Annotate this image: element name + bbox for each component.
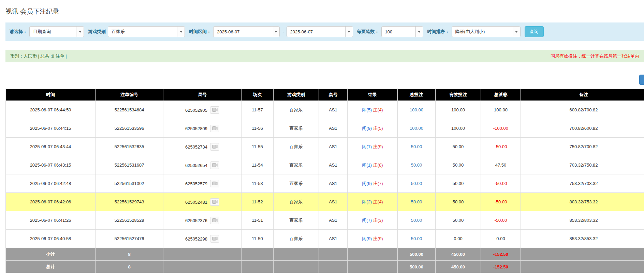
- player-result: 闲(7): [362, 218, 372, 223]
- round-number: 625052905: [185, 107, 207, 112]
- chevron-down-icon[interactable]: [177, 27, 185, 37]
- game-type-select[interactable]: 百家乐: [108, 26, 185, 37]
- total-bet-link[interactable]: 50.00: [411, 181, 422, 186]
- page-size-value: 100: [382, 29, 415, 34]
- video-icon[interactable]: [210, 198, 219, 206]
- table-row[interactable]: 2025-06-07 06:40:58522561527476625052298…: [6, 230, 644, 248]
- session-cell: 11-54: [241, 156, 274, 174]
- video-icon[interactable]: [210, 143, 219, 151]
- total-bet-link[interactable]: 50.00: [411, 236, 422, 241]
- table-row[interactable]: 2025-06-07 06:41:26522561528528625052376…: [6, 211, 644, 230]
- round-cell: 625052298: [163, 230, 241, 248]
- result-cell: 闲(9) 庄(7): [348, 174, 398, 193]
- video-icon[interactable]: [210, 180, 219, 187]
- banker-result: 庄(3): [373, 218, 383, 223]
- chevron-down-icon[interactable]: [345, 27, 353, 37]
- time-cell: 2025-06-07 06:41:26: [6, 211, 96, 230]
- table-no-cell: AS1: [319, 156, 348, 174]
- query-type-select[interactable]: 日期查询: [29, 26, 84, 37]
- table-row[interactable]: 2025-06-07 06:44:15522561533596625052809…: [6, 119, 644, 138]
- game-type-cell: 百家乐: [274, 138, 319, 156]
- time-cell: 2025-06-07 06:44:15: [6, 119, 96, 138]
- session-cell: 11-52: [241, 193, 274, 211]
- page-size-label: 每页笔数：: [357, 29, 379, 35]
- round-cell: 625052654: [163, 156, 241, 174]
- total-bet-link[interactable]: 50.00: [411, 199, 422, 204]
- video-icon[interactable]: [210, 217, 219, 224]
- total-bet-cell: 50.00: [398, 193, 436, 211]
- table-no-cell: AS1: [319, 211, 348, 230]
- footer-game-cell: [274, 261, 319, 273]
- top-right-partial-button[interactable]: [639, 75, 644, 85]
- summary-currency-count: 币别：人民币 | 总共 :8 注单 |: [10, 53, 67, 59]
- valid-bet-cell: 50.00: [436, 138, 481, 156]
- total-bet-link[interactable]: 50.00: [411, 162, 422, 168]
- total-bet-cell: 50.00: [398, 156, 436, 174]
- valid-bet-cell: 100.00: [436, 119, 481, 138]
- video-icon[interactable]: [210, 125, 219, 132]
- session-cell: 11-53: [241, 174, 274, 193]
- game-type-cell: 百家乐: [274, 174, 319, 193]
- remark-cell: 750.82/700.82: [521, 138, 644, 156]
- table-row[interactable]: 2025-06-07 06:43:15522561531687625052654…: [6, 156, 644, 174]
- footer-payout-cell: -152.50: [481, 261, 521, 273]
- date-from-input[interactable]: 2025-06-07: [213, 26, 280, 37]
- footer-remark-cell: [521, 248, 644, 261]
- footer-count-cell: 8: [96, 261, 163, 273]
- result-cell: 闲(9) 庄(5): [348, 119, 398, 138]
- time-cell: 2025-06-07 06:43:44: [6, 138, 96, 156]
- remark-cell: 700.82/600.82: [521, 119, 644, 138]
- table-header-row: 时间 注单编号 局号 场次 游戏类别 桌号 结果 总投注 有效投注 总派彩 备注: [6, 89, 644, 101]
- game-type-cell: 百家乐: [274, 230, 319, 248]
- total-bet-link[interactable]: 100.00: [410, 107, 423, 112]
- footer-round-cell: [163, 261, 241, 273]
- banker-result: 庄(5): [373, 126, 383, 131]
- betting-records-table: 时间 注单编号 局号 场次 游戏类别 桌号 结果 总投注 有效投注 总派彩 备注…: [5, 89, 644, 273]
- page-size-select[interactable]: 100: [381, 26, 423, 37]
- table-row[interactable]: 2025-06-07 06:44:50522561534684625052905…: [6, 101, 644, 119]
- total-bet-cell: 50.00: [398, 211, 436, 230]
- footer-result-cell: [348, 248, 398, 261]
- sort-order-select[interactable]: 降幂(由大到小): [452, 26, 521, 37]
- column-header-table-no: 桌号: [319, 89, 348, 101]
- search-button[interactable]: 查询: [525, 26, 544, 37]
- chevron-down-icon[interactable]: [415, 27, 423, 37]
- banker-result: 庄(9): [373, 236, 383, 241]
- filter-bar: 请选择： 日期查询 游戏类别 百家乐 时间区间： 2025-06-07 ~ 20…: [5, 22, 644, 41]
- session-cell: 11-57: [241, 101, 274, 119]
- chevron-down-icon[interactable]: [513, 27, 520, 37]
- video-icon[interactable]: [210, 106, 219, 114]
- time-cell: 2025-06-07 06:43:15: [6, 156, 96, 174]
- total-bet-link[interactable]: 50.00: [411, 144, 422, 149]
- column-header-total-bet: 总投注: [398, 89, 436, 101]
- table-row[interactable]: 2025-06-07 06:42:48522561531002625052579…: [6, 174, 644, 193]
- round-cell: 625052809: [163, 119, 241, 138]
- date-range-separator: ~: [282, 29, 284, 34]
- chevron-down-icon[interactable]: [76, 27, 84, 37]
- payout-cell: -50.00: [481, 138, 521, 156]
- payout-cell: -50.00: [481, 193, 521, 211]
- video-icon[interactable]: [210, 235, 219, 243]
- round-number: 625052481: [185, 199, 207, 204]
- bet-id-cell: 522561529743: [96, 193, 163, 211]
- footer-round-cell: [163, 248, 241, 261]
- valid-bet-cell: 50.00: [436, 174, 481, 193]
- total-bet-link[interactable]: 50.00: [411, 218, 422, 223]
- result-cell: 闲(9) 庄(9): [348, 230, 398, 248]
- table-row[interactable]: 2025-06-07 06:43:44522561532635625052734…: [6, 138, 644, 156]
- table-no-cell: AS1: [319, 101, 348, 119]
- total-bet-link[interactable]: 100.00: [410, 126, 423, 131]
- round-number: 625052809: [185, 126, 207, 131]
- chevron-down-icon[interactable]: [272, 27, 279, 37]
- bet-id-cell: 522561527476: [96, 230, 163, 248]
- remark-cell: 853.32/803.32: [521, 211, 644, 230]
- sort-order-label: 时间排序：: [427, 29, 450, 35]
- footer-total-bet-cell: 500.00: [398, 248, 436, 261]
- valid-bet-cell: 50.00: [436, 211, 481, 230]
- date-to-input[interactable]: 2025-06-07: [287, 26, 353, 37]
- table-row[interactable]: 2025-06-07 06:42:06522561529743625052481…: [6, 193, 644, 211]
- video-icon[interactable]: [210, 161, 219, 169]
- banker-result: 庄(8): [373, 162, 383, 168]
- footer-payout-cell: -152.50: [481, 248, 521, 261]
- game-type-cell: 百家乐: [274, 211, 319, 230]
